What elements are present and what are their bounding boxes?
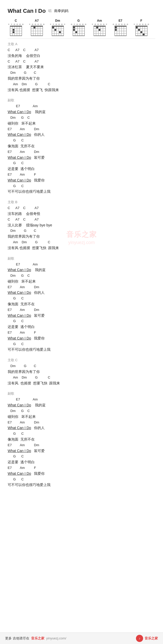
lyric-row: 像泡面 无所不在 (8, 436, 155, 443)
chord-markers: ××ooo× (49, 23, 66, 26)
chord-marker: × (10, 23, 13, 26)
chord-marker: × (136, 23, 138, 26)
section-label: 主歌 A (8, 42, 155, 46)
footer-url: yinyuezj.com/ (46, 636, 66, 640)
what-can-do-text: What Can I Do (8, 313, 31, 318)
chord-grid (31, 26, 43, 36)
chord-row: E7 Am Dm (8, 420, 155, 425)
lyric-rest: 装可爱 (31, 155, 45, 160)
lyric-row: 还是要 逃个明白 (8, 166, 155, 172)
chord-row: Dm G C (8, 228, 155, 234)
lyric-mixed-row: What Can I Do 我爱你 (8, 471, 155, 477)
chord-row: E7 Am Dm (8, 285, 155, 290)
section-chorus_1: 副歌 E7 AmWhat Can I Do 我的蓝 Dm G C碰到你 坏不起来… (8, 98, 155, 195)
lyric-rest: 装可爱 (31, 449, 45, 453)
footer-logo-icon: ♪ (136, 635, 143, 642)
chord-marker: o (139, 23, 141, 26)
section-chorus_2: 副歌 E7 AmWhat Can I Do 我的蓝 Dm G C碰到你 坏不起来… (8, 256, 155, 353)
lyric-row: 碰到你 坏不起来 (8, 120, 155, 127)
chord-marker: o (16, 23, 18, 26)
lyric-row: 没冰红茶 夏天不要来 (8, 64, 155, 70)
chord-marker: o (123, 23, 126, 26)
chord-marker: o (118, 23, 120, 26)
chord-diagram-dm: Dm××ooo× (49, 19, 66, 36)
chord-row: E7 Am F (8, 330, 155, 335)
footer: 更多 吉他谱尽在 音乐之家 yinyuezj.com/ ♪ 音乐之家 (0, 633, 163, 644)
chord-marker: o (144, 23, 147, 26)
lyric-rest: 你的人 (31, 426, 45, 430)
song-title: What Can I Do (8, 8, 46, 14)
chord-diagram-c: C××oooo (8, 19, 24, 36)
chord-grid (94, 26, 106, 36)
title-area: What Can I Do 唱 南拳妈妈 (8, 8, 155, 14)
chord-marker: o (43, 23, 45, 26)
what-can-do-text: What Can I Do (8, 449, 31, 453)
lyric-mixed-row: What Can I Do 你的人 (8, 425, 155, 431)
chord-row: G C (8, 477, 155, 482)
chord-row: E7 Am Dm (8, 443, 155, 448)
chord-diagrams: C××ooooA7×oooooDm××ooo×Go×ooooAm×oooo×E7… (8, 19, 155, 36)
chord-row: E7 Am F (8, 172, 155, 177)
lyric-mixed-row: What Can I Do 我爱你 (8, 335, 155, 342)
chord-row: G C (8, 342, 155, 347)
lyric-row: 没人比赛 擂场say bye bye (8, 222, 155, 228)
lyric-row: 我的世界因为有了你 (8, 369, 155, 375)
chord-markers: oooooo (112, 23, 129, 26)
chord-label: G (77, 19, 80, 22)
chord-row: C A7 C A7 (8, 217, 155, 222)
chord-marker: o (84, 23, 87, 26)
what-can-do-text: What Can I Do (8, 178, 31, 182)
chord-marker: o (103, 23, 105, 26)
chord-diagram-am: Am×oooo× (91, 19, 108, 36)
chord-marker: × (49, 23, 52, 26)
lyric-rest: 我爱你 (31, 178, 45, 182)
lyric-row: 还是要 逃个明白 (8, 324, 155, 330)
what-can-do-text: What Can I Do (8, 132, 31, 137)
lyric-row: 像泡面 无所不在 (8, 301, 155, 307)
chord-marker: o (13, 23, 16, 26)
chord-markers: o×oooo (70, 23, 87, 26)
what-can-do-text: What Can I Do (8, 268, 31, 272)
chord-marker: o (19, 23, 21, 26)
lyric-row: 可不可以你也很巧地爱上我 (8, 482, 155, 488)
chord-row: G C (8, 454, 155, 459)
lyric-rest: 我的蓝 (31, 403, 46, 407)
chord-marker: o (142, 23, 144, 26)
chord-label: Am (97, 19, 102, 22)
lyric-row: 没有风 也摇摆 想要飞 快跟我来 (8, 87, 155, 93)
chord-marker: o (61, 23, 63, 26)
chord-label: F (140, 19, 142, 22)
chord-marker: o (76, 23, 78, 26)
chord-row: E7 Am Dm (8, 307, 155, 313)
chord-row: Am Dm G C (8, 240, 155, 245)
chord-marker: o (100, 23, 102, 26)
chord-row: Dm G C (8, 408, 155, 414)
chord-marker: o (112, 23, 115, 26)
lyric-row: 没有风 也摇摆 想要飞快 跟我来 (8, 245, 155, 251)
chord-row: E7 Am (8, 397, 155, 402)
chord-label: Dm (55, 19, 60, 22)
lyric-rest: 我爱你 (31, 471, 45, 476)
chord-marker: × (133, 23, 135, 26)
lyric-row: 可不可以你也很巧地爱上我 (8, 189, 155, 195)
divider-1 (8, 39, 155, 39)
chord-marker: o (55, 23, 57, 26)
chord-marker: × (73, 23, 76, 26)
footer-logo: ♪ 音乐之家 (136, 635, 158, 642)
lyric-mixed-row: What Can I Do 我爱你 (8, 177, 155, 184)
chord-row: C A7 C A7 (8, 205, 155, 211)
lyric-rest: 你的人 (31, 132, 45, 137)
footer-left: 更多 吉他谱尽在 音乐之家 yinyuezj.com/ (5, 636, 66, 641)
chord-grid (10, 26, 22, 36)
lyric-rest: 我的蓝 (31, 268, 46, 272)
lyric-row: 我的世界因为有了你 (8, 76, 155, 82)
what-can-do-text: What Can I Do (8, 403, 31, 407)
chord-row: Am Dm G C (8, 82, 155, 87)
chord-marker: o (37, 23, 39, 26)
what-can-do-text: What Can I Do (8, 426, 31, 430)
lyric-mixed-row: What Can I Do 你的人 (8, 132, 155, 138)
lyric-row: 没有风 也摇摆 想要飞快 跟我来 (8, 380, 155, 386)
chord-label: A7 (35, 19, 39, 22)
chord-markers: ×oooo× (91, 23, 108, 26)
lyric-mixed-row: What Can I Do 装可爱 (8, 313, 155, 319)
